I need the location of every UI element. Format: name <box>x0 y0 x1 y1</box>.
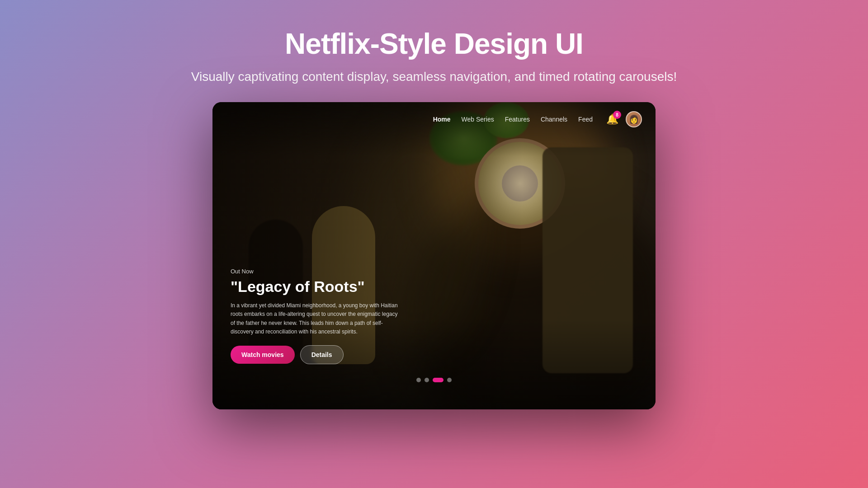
carousel-dots <box>416 378 452 382</box>
carousel-dot-2[interactable] <box>425 378 429 382</box>
hero-buttons: Watch movies Details <box>231 345 402 364</box>
carousel-dot-4[interactable] <box>447 378 452 382</box>
hero-content: Out Now "Legacy of Roots" In a vibrant y… <box>231 268 402 364</box>
watch-movies-button[interactable]: Watch movies <box>231 346 295 364</box>
nav-bar: Home Web Series Features Channels Feed 🔔… <box>212 102 656 136</box>
nav-channels[interactable]: Channels <box>541 116 567 123</box>
out-now-badge: Out Now <box>231 268 402 275</box>
avatar-image: 👩 <box>629 114 639 124</box>
page-title: Netflix-Style Design UI <box>191 27 677 61</box>
movie-title: "Legacy of Roots" <box>231 278 402 295</box>
hero-section: Home Web Series Features Channels Feed 🔔… <box>212 102 656 409</box>
nav-features[interactable]: Features <box>505 116 530 123</box>
carousel-dot-3[interactable] <box>433 378 443 382</box>
nav-icons: 🔔 8 👩 <box>606 111 642 127</box>
details-button[interactable]: Details <box>300 345 344 364</box>
page-subtitle: Visually captivating content display, se… <box>191 70 677 84</box>
bell-wrapper[interactable]: 🔔 8 <box>606 113 618 125</box>
movie-description: In a vibrant yet divided Miami neighborh… <box>231 301 402 336</box>
page-header: Netflix-Style Design UI Visually captiva… <box>191 27 677 84</box>
notification-badge: 8 <box>613 111 621 119</box>
carousel-dot-1[interactable] <box>416 378 421 382</box>
app-window: Home Web Series Features Channels Feed 🔔… <box>212 102 656 409</box>
avatar[interactable]: 👩 <box>626 111 642 127</box>
nav-web-series[interactable]: Web Series <box>462 116 494 123</box>
nav-home[interactable]: Home <box>433 116 451 123</box>
nav-links: Home Web Series Features Channels Feed <box>433 116 593 123</box>
nav-feed[interactable]: Feed <box>578 116 593 123</box>
